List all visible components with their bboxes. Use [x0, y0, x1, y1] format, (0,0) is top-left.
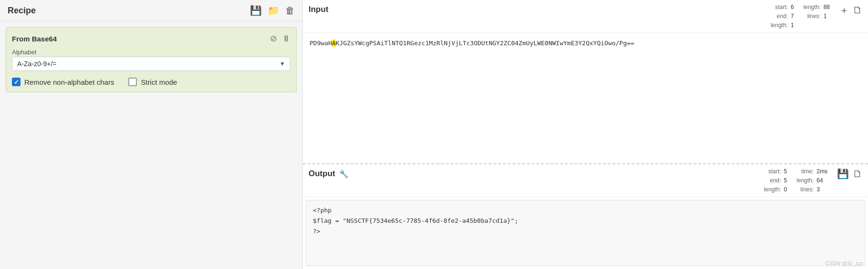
end-value: 7	[791, 12, 794, 21]
recipe-title: Recipe	[8, 6, 36, 16]
output-header: Output 🔧 start: 5 end: 5 length: 0 time:…	[303, 164, 868, 197]
out-time-label: time:	[796, 167, 814, 176]
input-header: Input start: 6 end: 7 length: 1 length: …	[303, 0, 868, 33]
output-stats-2: time: 2ms length: 64 lines: 3	[796, 167, 827, 195]
out-end-label: end:	[764, 176, 781, 185]
strict-mode-label: Strict mode	[141, 78, 177, 86]
lines-label: lines:	[804, 12, 821, 21]
output-title: Output	[309, 169, 335, 179]
input-section: Input start: 6 end: 7 length: 1 length: …	[303, 0, 868, 164]
magic-wand-icon[interactable]: 🔧	[339, 169, 349, 179]
output-section: Output 🔧 start: 5 end: 5 length: 0 time:…	[303, 164, 868, 269]
out-lines-value: 3	[816, 185, 827, 194]
length2-value: 88	[824, 3, 830, 12]
output-line-3: ?>	[313, 226, 858, 237]
output-line-2: $flag = "NSSCTF{7534e65c-7785-4f6d-8fe2-…	[313, 216, 858, 226]
disable-icon[interactable]: ⊘	[270, 33, 277, 44]
length-value: 1	[791, 21, 794, 30]
out-time-value: 2ms	[816, 167, 827, 176]
input-meta: start: 6 end: 7 length: 1 length: 88 lin…	[771, 3, 862, 30]
input-stats: start: 6 end: 7 length: 1	[771, 3, 794, 30]
operation-title: From Base64	[12, 35, 57, 43]
input-stats-2: length: 88 lines: 1	[804, 3, 830, 21]
operation-block: From Base64 ⊘ ⏸ Alphabet A-Za-z0-9+/= ▼ …	[6, 27, 297, 92]
output-copy-icon[interactable]: 🗋	[853, 169, 862, 179]
alphabet-dropdown[interactable]: A-Za-z0-9+/= ▼	[12, 57, 290, 71]
checkboxes-row: Remove non-alphabet chars Strict mode	[12, 78, 290, 86]
remove-nonalpha-label: Remove non-alphabet chars	[24, 78, 114, 86]
lines-value: 1	[824, 12, 830, 21]
output-content: <?php $flag = "NSSCTF{7534e65c-7785-4f6d…	[306, 200, 865, 266]
strict-mode-checkbox[interactable]	[128, 78, 137, 86]
right-panel: Input start: 6 end: 7 length: 1 length: …	[303, 0, 868, 269]
output-action-icons: 💾 🗋	[837, 167, 862, 179]
save-icon[interactable]: 💾	[250, 5, 262, 16]
out-length2-value: 0	[784, 185, 787, 194]
out-start-value: 5	[784, 167, 787, 176]
out-end-value: 5	[784, 176, 787, 185]
length2-label: length:	[804, 3, 821, 12]
alphabet-field: Alphabet A-Za-z0-9+/= ▼	[12, 49, 290, 71]
input-copy-icon[interactable]: 🗋	[853, 5, 862, 16]
start-value: 6	[791, 3, 794, 12]
output-title-area: Output 🔧	[309, 167, 349, 179]
watermark: CSDN @Sr_zzz	[826, 260, 863, 266]
out-lines-label: lines:	[796, 185, 814, 194]
input-title: Input	[309, 3, 329, 14]
output-line-1: <?php	[313, 205, 858, 216]
out-start-label: start:	[764, 167, 781, 176]
out-length2-label: length:	[764, 185, 781, 194]
start-label: start:	[771, 3, 788, 12]
pause-icon[interactable]: ⏸	[282, 34, 290, 44]
end-label: end:	[771, 12, 788, 21]
remove-nonalpha-checkbox-item[interactable]: Remove non-alphabet chars	[12, 78, 114, 86]
input-text-after: KJGZsYWcgPSAiTlNTQ1RGezc1MzRlNjVjLTc3ODU…	[336, 40, 634, 47]
left-panel: Recipe 💾 📁 🗑 From Base64 ⊘ ⏸ Alphabet A-…	[0, 0, 303, 269]
out-length-label: length:	[796, 176, 814, 185]
output-save-icon[interactable]: 💾	[837, 168, 849, 179]
length-label: length:	[771, 21, 788, 30]
recipe-header-icons: 💾 📁 🗑	[250, 5, 295, 16]
folder-icon[interactable]: 📁	[268, 5, 279, 16]
input-action-icons: ＋ 🗋	[839, 3, 862, 17]
alphabet-value: A-Za-z0-9+/=	[17, 60, 56, 68]
strict-mode-checkbox-item[interactable]: Strict mode	[128, 78, 177, 86]
input-text-highlight: A	[332, 40, 336, 47]
input-plus-icon[interactable]: ＋	[839, 4, 849, 17]
remove-nonalpha-checkbox[interactable]	[12, 78, 21, 86]
recipe-header: Recipe 💾 📁 🗑	[0, 0, 302, 21]
operation-header: From Base64 ⊘ ⏸	[12, 33, 290, 44]
operation-controls: ⊘ ⏸	[270, 33, 290, 44]
output-stats: start: 5 end: 5 length: 0	[764, 167, 787, 195]
input-text-before: PD9waH	[310, 40, 332, 47]
output-meta: start: 5 end: 5 length: 0 time: 2ms leng…	[764, 167, 862, 195]
trash-icon[interactable]: 🗑	[285, 5, 295, 16]
out-length-value: 64	[816, 176, 827, 185]
alphabet-label: Alphabet	[12, 49, 290, 56]
input-content[interactable]: PD9waHAKJGZsYWcgPSAiTlNTQ1RGezc1MzRlNjVj…	[303, 33, 868, 163]
chevron-down-icon: ▼	[279, 60, 285, 67]
